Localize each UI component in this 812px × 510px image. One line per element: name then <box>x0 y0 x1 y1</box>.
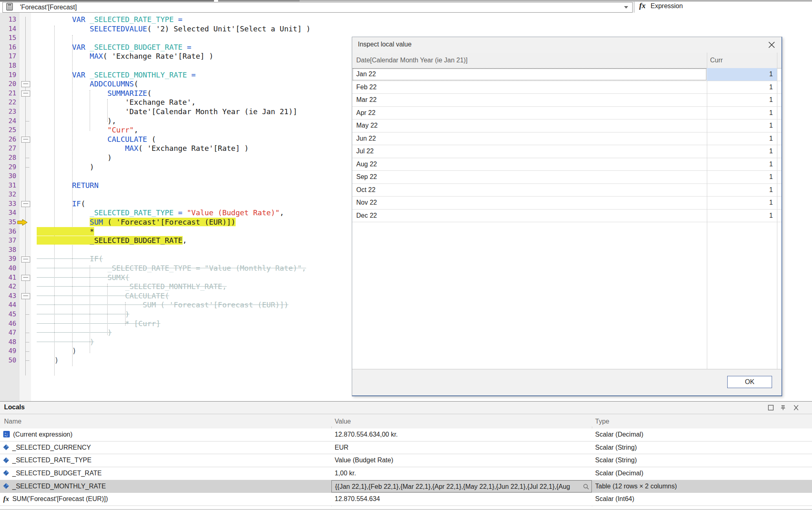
code-line-48[interactable]: ) <box>37 338 311 347</box>
close-icon[interactable] <box>768 41 776 49</box>
table-row[interactable]: Dec 221 <box>352 210 781 223</box>
fold-collapse-box[interactable] <box>21 91 30 97</box>
local-value-cell[interactable]: 12.870.554.634 <box>331 493 592 506</box>
locals-row[interactable]: _SELECTED_BUDGET_RATE1,00 kr.Scalar (Dec… <box>0 467 812 480</box>
month-cell[interactable]: Nov 22 <box>352 196 707 209</box>
code-line-35[interactable]: SUM ( 'Forecast'[Forecast (EUR)]) <box>37 218 311 227</box>
code-line-37[interactable]: _SELECTED_BUDGET_RATE, <box>37 236 311 245</box>
local-value-cell[interactable]: EUR <box>331 442 592 454</box>
code-line-19[interactable]: VAR _SELECTED_MONTHLY_RATE = <box>37 71 311 80</box>
fold-collapse-box[interactable] <box>21 256 30 263</box>
fold-collapse-box[interactable] <box>21 293 30 299</box>
code-line-43[interactable]: CALCULATE( <box>37 291 311 301</box>
locals-row[interactable]: +-=/(Current expression)12.870.554.634,0… <box>0 428 812 442</box>
curr-value-cell[interactable]: 1 <box>707 210 777 222</box>
curr-value-cell[interactable]: 1 <box>707 196 777 209</box>
code-line-34[interactable]: _SELECTED_RATE_TYPE = "Value (Budget Rat… <box>37 208 311 218</box>
table-row[interactable]: Nov 221 <box>352 196 781 210</box>
code-line-26[interactable]: CALCULATE ( <box>37 135 311 144</box>
ok-button[interactable]: OK <box>727 376 772 388</box>
code-line-47[interactable]: ) <box>37 328 311 338</box>
code-line-25[interactable]: "Curr", <box>37 126 311 135</box>
table-row[interactable]: Feb 221 <box>352 81 781 94</box>
curr-value-cell[interactable]: 1 <box>707 94 777 106</box>
curr-value-cell[interactable]: 1 <box>707 158 777 171</box>
table-row[interactable]: Sep 221 <box>352 171 781 184</box>
month-cell[interactable]: Mar 22 <box>352 94 707 106</box>
code-line-29[interactable]: ) <box>37 163 311 172</box>
code-lines[interactable]: VAR _SELECTED_RATE_TYPE = SELECTEDVALUE(… <box>37 15 311 365</box>
curr-value-cell[interactable]: 1 <box>707 145 777 158</box>
code-line-38[interactable] <box>37 245 311 255</box>
code-line-21[interactable]: SUMMARIZE( <box>37 89 311 98</box>
table-row[interactable]: Aug 221 <box>352 158 781 171</box>
month-cell[interactable]: Oct 22 <box>352 184 707 196</box>
code-line-31[interactable]: RETURN <box>37 181 311 190</box>
month-cell[interactable]: Jun 22 <box>352 132 707 145</box>
local-name-cell[interactable]: fxSUM('Forecast'[Forecast (EUR)]) <box>0 493 331 506</box>
local-value-cell[interactable]: 12.870.554.634,00 kr. <box>331 428 592 441</box>
code-line-27[interactable]: MAX( 'Exchange Rate'[Rate] ) <box>37 144 311 153</box>
pin-icon[interactable] <box>779 404 787 411</box>
table-row[interactable]: Oct 221 <box>352 184 781 197</box>
code-line-50[interactable]: ) <box>37 356 311 365</box>
fold-collapse-box[interactable] <box>21 201 30 207</box>
code-line-46[interactable]: * [Curr] <box>37 319 311 329</box>
month-cell[interactable]: Dec 22 <box>352 210 707 222</box>
curr-value-cell[interactable]: 1 <box>707 184 777 196</box>
month-cell[interactable]: Jan 22 <box>352 68 707 81</box>
table-row[interactable]: Mar 221 <box>352 94 781 107</box>
local-value-cell[interactable]: Value (Budget Rate) <box>331 454 592 467</box>
table-row[interactable]: May 221 <box>352 119 781 132</box>
code-line-15[interactable] <box>37 33 311 43</box>
local-name-cell[interactable]: +-=/(Current expression) <box>0 428 331 441</box>
curr-value-cell[interactable]: 1 <box>707 68 777 81</box>
code-line-30[interactable] <box>37 172 311 181</box>
code-line-44[interactable]: SUM ( 'Forecast'[Forecast (EUR)]) <box>37 300 311 310</box>
fold-collapse-box[interactable] <box>21 275 30 281</box>
local-name-cell[interactable]: _SELECTED_RATE_TYPE <box>0 454 331 467</box>
locals-row[interactable]: _SELECTED_CURRENCYEURScalar (String) <box>0 442 812 455</box>
code-line-14[interactable]: SELECTEDVALUE( '2) Selected Unit'[Select… <box>37 24 311 34</box>
locals-row[interactable]: _SELECTED_MONTHLY_RATE{{Jan 22,1},{Feb 2… <box>0 480 812 493</box>
fold-collapse-box[interactable] <box>21 81 30 87</box>
code-line-20[interactable]: ADDCOLUMNS( <box>37 79 311 89</box>
expression-selector-dropdown[interactable]: 'Forecast'[Forecast] <box>2 2 633 13</box>
code-line-45[interactable]: ) <box>37 310 311 319</box>
code-line-33[interactable]: IF( <box>37 199 311 209</box>
locals-row[interactable]: _SELECTED_RATE_TYPEValue (Budget Rate)Sc… <box>0 454 812 467</box>
magnifier-icon[interactable] <box>583 484 589 490</box>
curr-value-cell[interactable]: 1 <box>707 171 777 183</box>
month-cell[interactable]: Feb 22 <box>352 81 707 94</box>
month-cell[interactable]: Aug 22 <box>352 158 707 171</box>
code-line-16[interactable]: VAR _SELECTED_BUDGET_RATE = <box>37 43 311 52</box>
fold-collapse-box[interactable] <box>21 137 30 143</box>
maximize-icon[interactable] <box>767 404 774 411</box>
close-icon[interactable] <box>792 404 800 411</box>
month-cell[interactable]: May 22 <box>352 119 707 132</box>
table-row[interactable]: Jul 221 <box>352 145 781 158</box>
code-line-23[interactable]: 'Date'[Calendar Month Year (ie Jan 21)] <box>37 107 311 117</box>
curr-value-cell[interactable]: 1 <box>707 81 777 94</box>
code-line-28[interactable]: ) <box>37 153 311 163</box>
month-cell[interactable]: Apr 22 <box>352 107 707 119</box>
month-cell[interactable]: Jul 22 <box>352 145 707 158</box>
local-value-cell[interactable]: {{Jan 22,1},{Feb 22,1},{Mar 22,1},{Apr 2… <box>331 480 592 493</box>
code-line-36[interactable]: * <box>37 227 311 236</box>
code-line-41[interactable]: SUMX( <box>37 273 311 283</box>
code-line-42[interactable]: _SELECTED_MONTHLY_RATE, <box>37 282 311 291</box>
dialog-title-bar[interactable]: Inspect local value <box>352 37 781 53</box>
code-line-40[interactable]: _SELECTED_RATE_TYPE = "Value (Monthly Ra… <box>37 264 311 273</box>
curr-value-cell[interactable]: 1 <box>707 119 777 132</box>
code-line-24[interactable]: ), <box>37 117 311 126</box>
table-row[interactable]: Apr 221 <box>352 107 781 120</box>
code-line-17[interactable]: MAX( 'Exchange Rate'[Rate] ) <box>37 52 311 61</box>
curr-value-cell[interactable]: 1 <box>707 132 777 145</box>
local-value-cell[interactable]: 1,00 kr. <box>331 467 592 480</box>
code-line-39[interactable]: IF( <box>37 254 311 264</box>
code-line-32[interactable] <box>37 190 311 199</box>
table-row[interactable]: Jun 221 <box>352 132 781 146</box>
curr-value-cell[interactable]: 1 <box>707 107 777 119</box>
code-line-22[interactable]: 'Exchange Rate', <box>37 98 311 107</box>
locals-row[interactable]: fxSUM('Forecast'[Forecast (EUR)])12.870.… <box>0 493 812 506</box>
